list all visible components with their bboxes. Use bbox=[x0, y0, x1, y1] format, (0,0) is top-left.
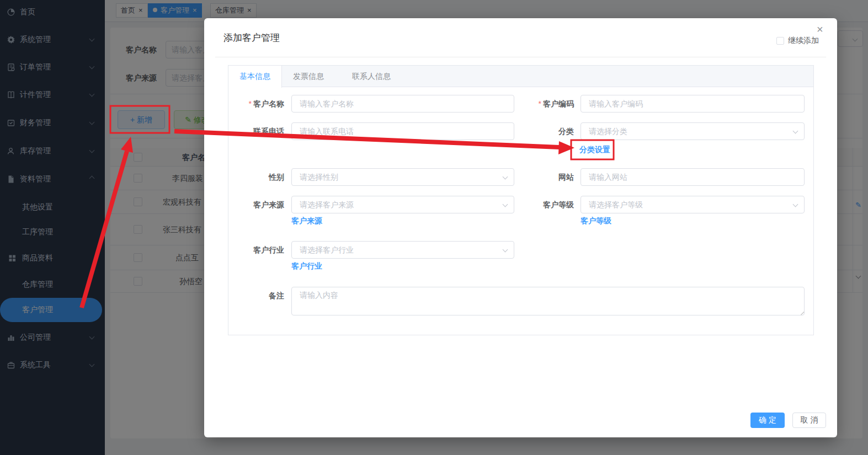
field-label-level: 客户等级 bbox=[519, 196, 574, 213]
select-placeholder: 请选择分类 bbox=[589, 127, 627, 136]
label-text: 客户编码 bbox=[543, 99, 574, 108]
chevron-down-icon bbox=[793, 129, 798, 134]
customer-code-input[interactable] bbox=[581, 95, 805, 113]
industry-select[interactable]: 请选择客户行业 bbox=[291, 241, 514, 259]
checkbox[interactable] bbox=[776, 37, 784, 45]
tab-basic-info[interactable]: 基本信息 bbox=[228, 66, 282, 88]
select-placeholder: 请选择客户行业 bbox=[300, 245, 354, 254]
label-text: 客户来源 bbox=[253, 200, 284, 209]
field-label-gender: 性别 bbox=[229, 168, 284, 186]
tab-label: 发票信息 bbox=[293, 72, 324, 81]
chevron-down-icon bbox=[503, 202, 508, 207]
customer-name-input[interactable] bbox=[291, 95, 514, 113]
remark-textarea[interactable] bbox=[291, 287, 805, 315]
chevron-down-icon bbox=[503, 247, 508, 253]
tab-contact-info[interactable]: 联系人信息 bbox=[341, 66, 402, 87]
chevron-down-icon bbox=[793, 202, 798, 207]
continue-add-checkbox[interactable]: 继续添加 bbox=[776, 35, 819, 44]
customer-industry-link[interactable]: 客户行业 bbox=[291, 261, 322, 271]
field-label-remark: 备注 bbox=[229, 287, 284, 304]
category-settings-link[interactable]: 分类设置 bbox=[579, 145, 610, 155]
label-text: 备注 bbox=[269, 291, 284, 300]
field-label-category: 分类 bbox=[519, 122, 574, 140]
field-label-website: 网站 bbox=[519, 168, 574, 186]
label-text: 分类 bbox=[558, 127, 574, 136]
select-placeholder: 请选择客户来源 bbox=[300, 200, 354, 209]
required-mark: * bbox=[249, 99, 252, 108]
customer-level-link[interactable]: 客户等级 bbox=[581, 216, 611, 226]
continue-add-label: 继续添加 bbox=[788, 36, 819, 45]
label-text: 客户等级 bbox=[543, 200, 574, 209]
chevron-down-icon bbox=[503, 174, 508, 180]
required-mark: * bbox=[539, 99, 541, 108]
field-label-phone: 联系电话 bbox=[229, 122, 284, 140]
source-select[interactable]: 请选择客户来源 bbox=[291, 196, 514, 213]
label-text: 客户名称 bbox=[253, 99, 284, 108]
dialog-title: 添加客户管理 bbox=[223, 31, 280, 44]
label-text: 联系电话 bbox=[253, 127, 284, 136]
confirm-button[interactable]: 确 定 bbox=[750, 413, 785, 428]
tab-label: 联系人信息 bbox=[352, 72, 391, 81]
app-window: 首页 系统管理 订单管理 计件管理 财务管理 库存管理 bbox=[0, 0, 868, 455]
label-text: 性别 bbox=[269, 173, 284, 181]
tab-invoice-info[interactable]: 发票信息 bbox=[282, 66, 335, 87]
close-icon[interactable]: × bbox=[817, 24, 823, 35]
label-text: 客户行业 bbox=[253, 245, 284, 254]
gender-select[interactable]: 请选择性别 bbox=[291, 168, 514, 186]
select-placeholder: 请选择性别 bbox=[300, 173, 338, 181]
category-select[interactable]: 请选择分类 bbox=[581, 122, 805, 140]
divider bbox=[215, 57, 826, 57]
select-placeholder: 请选择客户等级 bbox=[589, 200, 643, 209]
field-label-source: 客户来源 bbox=[229, 196, 284, 213]
field-label-customer-code: *客户编码 bbox=[519, 95, 574, 113]
field-label-industry: 客户行业 bbox=[229, 241, 284, 259]
label-text: 网站 bbox=[558, 173, 574, 181]
level-select[interactable]: 请选择客户等级 bbox=[581, 196, 805, 213]
phone-input[interactable] bbox=[291, 122, 514, 140]
add-customer-dialog: 添加客户管理 × 继续添加 基本信息 发票信息 联系人信息 *客户名称 *客户编… bbox=[204, 18, 837, 437]
website-input[interactable] bbox=[581, 168, 805, 186]
field-label-customer-name: *客户名称 bbox=[229, 95, 284, 113]
customer-source-link[interactable]: 客户来源 bbox=[291, 216, 322, 226]
cancel-button[interactable]: 取 消 bbox=[792, 413, 826, 428]
tab-label: 基本信息 bbox=[239, 72, 270, 81]
